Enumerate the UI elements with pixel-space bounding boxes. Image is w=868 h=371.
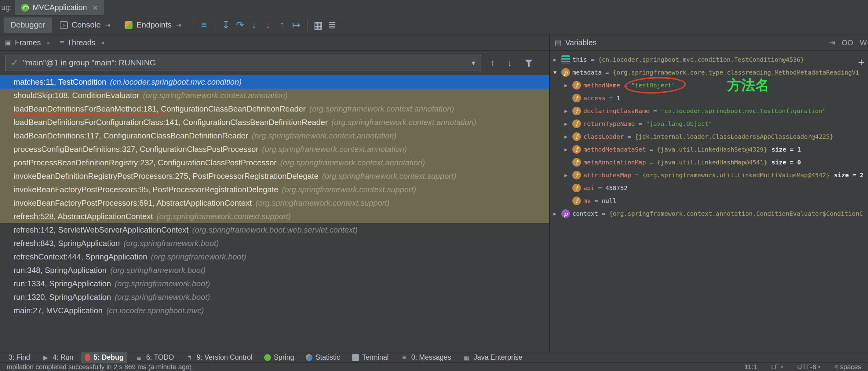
variable-row[interactable]: ▶fmethodMetadataSet = {java.util.LinkedH… (550, 143, 868, 156)
frame-row[interactable]: processConfigBeanDefinitions:327, Config… (0, 142, 549, 156)
variable-row[interactable]: ▼pmetadata = {org.springframework.core.t… (550, 66, 868, 79)
frame-row[interactable]: refresh:528, AbstractApplicationContext(… (0, 210, 549, 223)
frame-row[interactable]: invokeBeanDefinitionRegistryPostProcesso… (0, 169, 549, 183)
variable-row[interactable]: fmetaAnnotationMap = {java.util.LinkedHa… (550, 156, 868, 169)
close-icon[interactable]: × (93, 3, 98, 12)
thread-selector[interactable]: ✓ "main"@1 in group "main": RUNNING ▾ (5, 55, 481, 71)
variable-value: "testObject" (631, 82, 676, 89)
variables-panel: ▤ Variables ⇥OOW ▶this = {cn.iocoder.spr… (550, 35, 868, 352)
variable-name: context (572, 210, 598, 217)
tab-console[interactable]: Console⇥ (53, 18, 117, 33)
variable-row[interactable]: ▶fattributesMap = {org.springframework.u… (550, 169, 868, 181)
next-frame-button[interactable]: ↓ (502, 55, 517, 70)
toolwindow-debug-label: 5: Debug (93, 353, 123, 362)
frame-location: matches:11, TestCondition (13, 77, 106, 86)
tab-frames[interactable]: ▣Frames⇥ (5, 38, 50, 47)
watches-icon[interactable]: OO (842, 38, 853, 47)
frame-row[interactable]: refreshContext:444, SpringApplication(or… (0, 250, 549, 263)
frame-row[interactable]: run:348, SpringApplication(org.springfra… (0, 263, 549, 277)
toolwindow-java-enterprise[interactable]: Java Enterprise (459, 352, 526, 363)
variable-row[interactable]: fapi = 458752 (550, 181, 868, 194)
variable-row[interactable]: faccess = 1 (550, 92, 868, 105)
tab-debugger[interactable]: Debugger (4, 18, 52, 33)
layout-settings-icon[interactable]: ≣ (325, 18, 339, 32)
variable-row[interactable]: ▶this = {cn.iocoder.springboot.mvc.condi… (550, 53, 868, 66)
frame-package: (org.springframework.context.support) (255, 198, 390, 207)
toolwindow-statistic[interactable]: Statistic (302, 352, 344, 363)
frame-package: (org.springframework.context.support) (157, 212, 291, 221)
frame-row[interactable]: shouldSkip:108, ConditionEvaluator(org.s… (0, 89, 549, 102)
frame-row[interactable]: matches:11, TestCondition(cn.iocoder.spr… (0, 75, 549, 89)
file-encoding[interactable]: UTF-8▾ (797, 363, 820, 371)
frame-row[interactable]: run:1334, SpringApplication(org.springfr… (0, 277, 549, 290)
toolwindow-find[interactable]: 3: Find (5, 352, 34, 363)
expander-icon[interactable]: ▶ (564, 172, 572, 178)
equals-sign: = (587, 56, 598, 63)
frames-panel: ▣Frames⇥≡Threads⇥ ✓ "main"@1 in group "m… (0, 35, 550, 352)
variable-row[interactable]: ▶fdeclaringClassName = "cn.iocoder.sprin… (550, 105, 868, 117)
expander-icon[interactable]: ▶ (564, 134, 572, 140)
variable-row[interactable]: ▶pcontext = {org.springframework.context… (550, 207, 868, 220)
add-watch-button[interactable]: + (858, 57, 864, 68)
open-in-new-tab-icon[interactable]: ⇥ (44, 39, 50, 47)
tab-debugger-label: Debugger (10, 20, 45, 30)
tab-endpoints[interactable]: Endpoints⇥ (118, 18, 188, 33)
pin-icon[interactable]: ⇥ (829, 38, 835, 47)
expander-icon[interactable]: ▶ (564, 82, 572, 88)
previous-frame-button[interactable]: ↑ (485, 55, 500, 70)
expander-icon[interactable]: ▶ (564, 108, 572, 114)
frame-row[interactable]: loadBeanDefinitionsForConfigurationClass… (0, 116, 549, 129)
hide-frames-filter-button[interactable] (521, 55, 536, 70)
open-in-new-tab-icon[interactable]: ⇥ (176, 21, 181, 29)
expander-icon[interactable]: ▶ (564, 146, 572, 152)
run-to-cursor-icon[interactable]: ↦ (289, 18, 303, 32)
toolwindow-run[interactable]: 4: Run (38, 352, 77, 363)
variable-row[interactable]: fmv = null (550, 194, 868, 207)
toolwindow-todo[interactable]: 6: TODO (131, 352, 178, 363)
open-in-new-tab-icon[interactable]: ⇥ (105, 21, 110, 29)
equals-sign: = (650, 107, 661, 115)
toolwindow-version-control[interactable]: 9: Version Control (182, 352, 256, 363)
expander-icon[interactable]: ▼ (553, 69, 561, 76)
indent-style[interactable]: 4 spaces (834, 363, 861, 371)
variable-row[interactable]: ▶fmethodName = "testObject"方法名 (550, 79, 868, 92)
frame-row[interactable]: run:1320, SpringApplication(org.springfr… (0, 290, 549, 304)
variable-row[interactable]: ▶fclassLoader = {jdk.internal.loader.Cla… (550, 130, 868, 143)
toolwindow-spring[interactable]: Spring (260, 352, 298, 363)
tab-frames-label: Frames (15, 38, 41, 47)
expander-icon[interactable]: ▶ (553, 210, 561, 217)
variable-value: 1 (616, 94, 620, 102)
frame-row[interactable]: refresh:843, SpringApplication(org.sprin… (0, 236, 549, 250)
frame-row[interactable]: loadBeanDefinitions:117, ConfigurationCl… (0, 129, 549, 142)
force-step-into-icon[interactable]: ↓ (261, 18, 275, 32)
debug-session-tab[interactable]: MVCApplication × (15, 0, 104, 15)
variable-name: api (583, 184, 594, 192)
frame-row[interactable]: invokeBeanFactoryPostProcessors:691, Abs… (0, 196, 549, 210)
expander-icon[interactable]: ▶ (553, 57, 561, 63)
evaluate-expression-icon[interactable]: ▦ (311, 18, 325, 32)
frame-location: refresh:843, SpringApplication (13, 239, 120, 248)
variable-row[interactable]: ▶freturnTypeName = "java.lang.Object" (550, 117, 868, 130)
toolwindow-terminal[interactable]: Terminal (348, 352, 393, 363)
restore-layout-icon[interactable]: ≡ (197, 18, 211, 32)
step-out-icon[interactable]: ↑ (275, 18, 289, 32)
step-into-icon[interactable]: ↓ (247, 18, 261, 32)
open-in-new-tab-icon[interactable]: ⇥ (99, 39, 104, 47)
variables-title: Variables (565, 38, 596, 47)
frame-package: (cn.iocoder.springboot.mvc.condition) (110, 77, 242, 86)
show-execution-point-icon[interactable]: ↧ (219, 18, 233, 32)
caret-position[interactable]: 11:1 (745, 363, 757, 371)
expander-icon[interactable]: ▶ (564, 121, 572, 127)
line-separator[interactable]: LF▾ (771, 363, 783, 371)
frame-row[interactable]: main:27, MVCApplication(cn.iocoder.sprin… (0, 304, 549, 317)
frame-location: processConfigBeanDefinitions:327, Config… (13, 145, 258, 154)
step-over-icon[interactable]: ↷ (233, 18, 247, 32)
toolwindow-debug[interactable]: 5: Debug (81, 352, 127, 363)
toolwindow-messages[interactable]: 0: Messages (397, 352, 455, 363)
frame-row[interactable]: loadBeanDefinitionsForBeanMethod:181, Co… (0, 102, 549, 116)
frame-row[interactable]: refresh:142, ServletWebServerApplication… (0, 223, 549, 236)
frame-row[interactable]: postProcessBeanDefinitionRegistry:232, C… (0, 156, 549, 169)
frame-row[interactable]: invokeBeanFactoryPostProcessors:95, Post… (0, 183, 549, 196)
tab-threads[interactable]: ≡Threads⇥ (60, 38, 104, 47)
vcs-icon (186, 353, 194, 362)
